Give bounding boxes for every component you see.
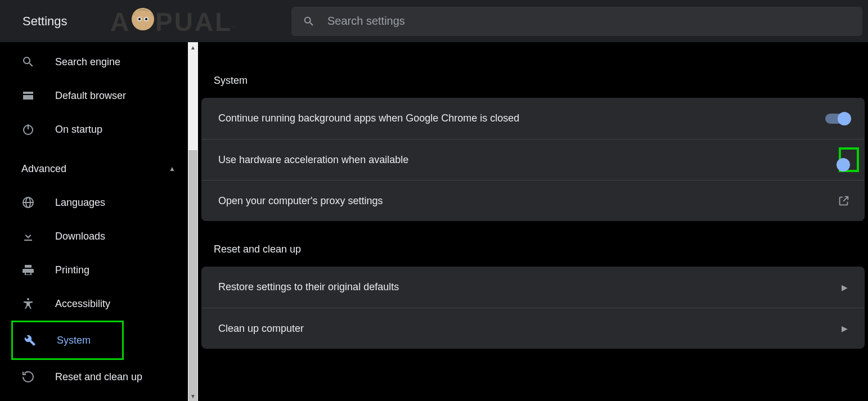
accessibility-icon [21, 297, 35, 310]
printer-icon [21, 263, 35, 277]
sidebar-item-downloads[interactable]: Downloads [0, 219, 198, 253]
scroll-up-icon[interactable]: ▲ [188, 42, 198, 52]
row-label: Use hardware acceleration when available [218, 154, 408, 166]
search-input[interactable] [327, 15, 851, 28]
external-link-icon [838, 195, 850, 207]
sidebar-scrollbar[interactable]: ▲ ▼ [188, 42, 198, 401]
chevron-right-icon: ▶ [842, 324, 850, 333]
sidebar-item-label: Reset and clean up [55, 371, 142, 383]
wrench-icon [23, 334, 37, 347]
sidebar: Appearance Search engine Default browser… [0, 42, 198, 401]
row-label: Continue running background apps when Go… [218, 112, 519, 124]
sidebar-item-label: System [57, 335, 91, 346]
highlight-box [839, 147, 859, 172]
sidebar-item-default-browser[interactable]: Default browser [0, 79, 198, 112]
sidebar-item-label: Accessibility [55, 298, 110, 310]
row-clean-up[interactable]: Clean up computer ▶ [201, 308, 865, 349]
scrollbar-thumb[interactable] [188, 150, 197, 401]
row-proxy-settings[interactable]: Open your computer's proxy settings [201, 180, 865, 221]
chevron-right-icon: ▶ [842, 283, 850, 292]
sidebar-item-label: Default browser [55, 90, 126, 102]
row-restore-defaults[interactable]: Restore settings to their original defau… [201, 267, 865, 308]
row-label: Clean up computer [218, 323, 304, 335]
sidebar-section-label: Advanced [21, 163, 66, 175]
sidebar-item-accessibility[interactable]: Accessibility [0, 287, 198, 321]
system-card: Continue running background apps when Go… [201, 98, 865, 221]
sidebar-item-system[interactable]: System [11, 321, 124, 360]
page-title: Settings [23, 14, 291, 29]
sidebar-item-on-startup[interactable]: On startup [0, 112, 198, 146]
section-title-system: System [214, 75, 865, 87]
search-icon [303, 15, 315, 28]
sidebar-item-label: Downloads [55, 231, 105, 242]
section-title-reset: Reset and clean up [214, 244, 865, 255]
svg-point-12 [27, 298, 29, 300]
row-hardware-acceleration[interactable]: Use hardware acceleration when available [201, 139, 865, 180]
browser-icon [21, 89, 35, 102]
row-background-apps[interactable]: Continue running background apps when Go… [201, 98, 865, 139]
search-icon [21, 55, 35, 69]
sidebar-item-printing[interactable]: Printing [0, 253, 198, 287]
sidebar-item-label: Languages [55, 197, 105, 209]
power-icon [21, 123, 35, 136]
sidebar-item-languages[interactable]: Languages [0, 186, 198, 219]
search-settings-box[interactable] [291, 7, 862, 36]
row-label: Open your computer's proxy settings [218, 195, 383, 207]
sidebar-item-label: Search engine [55, 56, 120, 68]
restore-icon [21, 370, 35, 384]
toggle-background-apps[interactable] [825, 114, 850, 124]
sidebar-section-advanced[interactable]: Advanced ▲ [0, 152, 198, 186]
main-content: System Continue running background apps … [198, 42, 868, 401]
download-icon [21, 229, 35, 243]
row-label: Restore settings to their original defau… [218, 281, 399, 293]
sidebar-item-reset[interactable]: Reset and clean up [0, 360, 198, 394]
sidebar-item-label: On startup [55, 124, 102, 136]
scroll-down-icon[interactable]: ▼ [188, 391, 198, 401]
globe-icon [21, 196, 35, 209]
reset-card: Restore settings to their original defau… [201, 267, 865, 349]
sidebar-item-label: Printing [55, 264, 89, 276]
chevron-up-icon: ▲ [169, 165, 176, 173]
sidebar-item-search-engine[interactable]: Search engine [0, 45, 198, 79]
header: Settings A PUALS [0, 0, 868, 42]
